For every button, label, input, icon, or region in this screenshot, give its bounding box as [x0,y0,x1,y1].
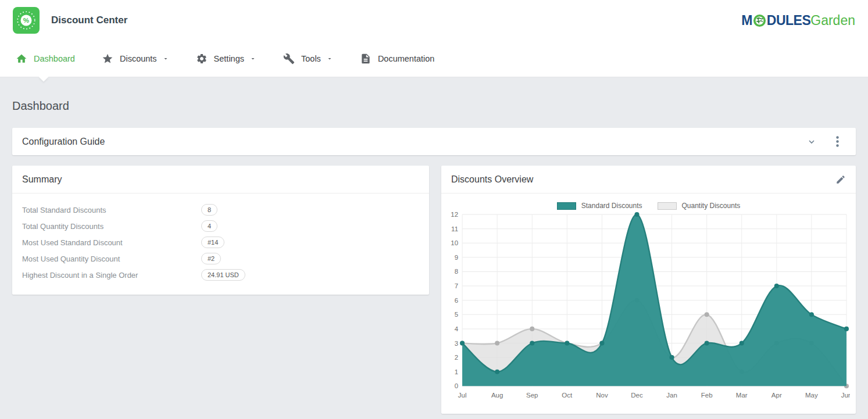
main-nav: Dashboard Discounts Settings Tools Docum… [0,41,868,77]
legend-swatch-quantity [658,202,677,210]
svg-text:3: 3 [455,340,458,347]
svg-text:7: 7 [455,282,458,289]
summary-label: Most Used Standard Discount [22,238,201,247]
svg-text:Oct: Oct [562,392,573,399]
modulesgarden-logo[interactable]: M DULES Garden [741,14,855,27]
svg-text:Dec: Dec [631,392,643,399]
svg-text:1: 1 [455,368,458,375]
nav-item-dashboard[interactable]: Dashboard [2,41,88,77]
summary-title: Summary [22,174,62,185]
summary-value-badge: #2 [201,253,221,264]
summary-row: Most Used Standard Discount #14 [22,234,419,250]
document-icon [360,53,372,65]
chevron-down-icon [326,55,333,62]
discounts-overview-title: Discounts Overview [451,174,533,185]
nav-item-tools[interactable]: Tools [270,41,347,77]
svg-text:Sep: Sep [526,392,538,399]
home-icon [16,53,27,65]
collapse-chevron-icon[interactable] [807,137,816,146]
summary-row: Most Used Quantity Discount #2 [22,250,419,267]
configuration-guide-title: Configuration Guide [22,137,105,147]
page-heading: Dashboard [12,99,856,113]
summary-value-badge: 8 [201,204,217,216]
logo-text-m: M [741,14,752,27]
nav-label: Settings [214,54,244,63]
nav-item-discounts[interactable]: Discounts [88,41,183,77]
legend-item-quantity: Quantity Discounts [658,202,741,210]
summary-row: Total Quantity Discounts 4 [22,218,419,234]
legend-swatch-standard [557,202,576,210]
content-area: Dashboard Configuration Guide Summary To… [0,99,868,414]
svg-text:Apr: Apr [771,392,782,399]
edit-pencil-icon[interactable] [835,174,846,185]
svg-text:Aug: Aug [491,392,503,399]
app-header: % Discount Center M DULES Garden [0,0,868,41]
svg-text:9: 9 [455,254,458,261]
summary-row: Total Standard Discounts 8 [22,202,419,218]
svg-text:8: 8 [455,268,458,275]
configuration-guide-panel: Configuration Guide [12,128,856,155]
summary-label: Total Standard Discounts [22,206,201,214]
summary-value-badge: #14 [201,237,224,248]
chevron-down-icon [249,55,256,62]
nav-label: Tools [301,54,321,63]
summary-label: Most Used Quantity Discount [22,255,201,263]
summary-label: Total Quantity Discounts [22,222,201,231]
summary-value-badge: 24.91 USD [201,269,245,281]
svg-text:10: 10 [451,239,458,246]
gear-icon [196,53,208,65]
summary-value-badge: 4 [201,220,217,232]
svg-text:6: 6 [455,297,458,304]
nav-label: Dashboard [34,54,75,63]
discount-badge-icon: % [13,7,40,34]
svg-text:Jul: Jul [458,392,467,399]
svg-text:Nov: Nov [596,392,608,399]
summary-card: Summary Total Standard Discounts 8 Total… [12,166,429,295]
svg-text:Jan: Jan [666,392,677,399]
logo-text-dules: DULES [767,14,810,27]
discounts-overview-card: Discounts Overview Standard Discounts Qu… [441,166,856,414]
svg-text:0: 0 [455,382,458,389]
svg-text:4: 4 [455,325,459,332]
legend-item-standard: Standard Discounts [557,202,642,210]
chart-legend: Standard Discounts Quantity Discounts [447,202,850,210]
nav-label: Documentation [378,54,435,63]
svg-text:5: 5 [455,311,458,318]
svg-text:May: May [805,392,818,399]
nav-item-settings[interactable]: Settings [183,41,270,77]
svg-text:%: % [23,16,30,24]
star-icon [102,53,113,65]
nav-label: Discounts [120,54,157,63]
svg-text:2: 2 [455,354,458,361]
page-title: Discount Center [51,15,127,26]
legend-label: Standard Discounts [581,202,642,210]
svg-text:Feb: Feb [701,392,713,399]
svg-text:12: 12 [451,211,458,218]
nav-item-documentation[interactable]: Documentation [347,41,448,77]
discounts-area-chart: 0123456789101112JulAugSepOctNovDecJanFeb… [447,210,850,409]
legend-label: Quantity Discounts [682,202,741,210]
summary-label: Highest Discount in a Single Order [22,271,201,280]
wrench-icon [283,53,295,65]
summary-row: Highest Discount in a Single Order 24.91… [22,267,419,283]
svg-text:Jun: Jun [841,392,850,399]
svg-text:11: 11 [451,225,458,232]
svg-text:Mar: Mar [736,392,748,399]
globe-icon [753,14,766,27]
logo-text-garden: Garden [810,14,855,27]
chevron-down-icon [162,55,169,62]
kebab-menu-icon[interactable] [836,136,839,147]
